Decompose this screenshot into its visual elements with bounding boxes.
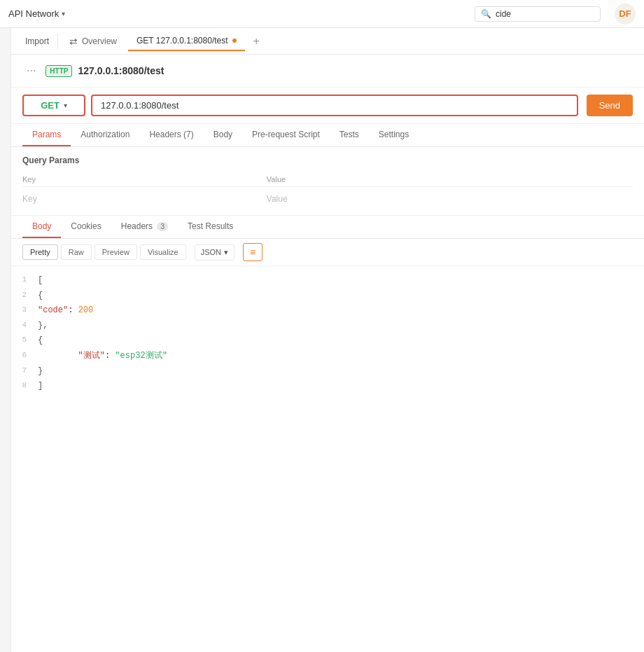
line-number: 3 [17, 303, 38, 317]
tab-headers[interactable]: Headers (7) [139, 124, 203, 146]
sidebar [0, 28, 11, 652]
search-icon: 🔍 [481, 9, 491, 19]
chevron-down-icon[interactable]: ▾ [62, 10, 65, 18]
search-box: 🔍 [475, 6, 601, 22]
json-string: "esp32测试" [115, 351, 167, 361]
resp-tab-body[interactable]: Body [22, 216, 61, 238]
tab-pre-request-script[interactable]: Pre-request Script [242, 124, 330, 146]
json-key: "测试" [78, 351, 105, 361]
view-raw-button[interactable]: Raw [61, 244, 92, 260]
url-input[interactable] [101, 100, 568, 111]
main-layout: Import ⇄ Overview GET 127.0.0.1:8080/tes… [0, 28, 644, 652]
json-line-6: 6 "测试": "esp32测试" [11, 349, 644, 364]
line-number: 7 [17, 364, 38, 378]
query-params-section: Query Params Key Value Key Value [11, 147, 644, 216]
tab-settings[interactable]: Settings [369, 124, 419, 146]
json-line-5: 5 { [11, 333, 644, 349]
more-actions-icon[interactable]: ··· [22, 63, 40, 78]
response-tabs: Body Cookies Headers 3 Test Results [11, 216, 644, 239]
params-value-placeholder[interactable]: Value [267, 194, 511, 204]
headers-badge: 3 [157, 222, 168, 231]
add-tab-button[interactable]: + [248, 32, 265, 50]
params-header: Key Value [22, 172, 633, 187]
params-table: Key Value Key Value [22, 172, 633, 207]
format-chevron-icon: ▾ [224, 248, 228, 257]
line-number: 1 [17, 273, 38, 287]
response-section: Body Cookies Headers 3 Test Results P [11, 216, 644, 652]
params-col-value: Value [267, 175, 511, 183]
method-label: GET [41, 100, 59, 111]
params-col-key: Key [22, 175, 267, 183]
line-number: 2 [17, 289, 38, 303]
import-button[interactable]: Import [17, 34, 58, 49]
json-content: } [38, 364, 43, 380]
request-panel: ··· HTTP 127.0.0.1:8080/test GET ▾ Send … [11, 55, 644, 652]
tab-tests[interactable]: Tests [330, 124, 369, 146]
avatar: DF [615, 4, 636, 25]
json-content: "测试": "esp32测试" [38, 349, 167, 364]
line-number: 6 [17, 349, 38, 363]
query-params-title: Query Params [22, 155, 633, 165]
json-line-2: 2 { [11, 289, 644, 304]
tab-overview[interactable]: ⇄ Overview [61, 32, 125, 51]
tab-body[interactable]: Body [204, 124, 242, 146]
line-number: 5 [17, 333, 38, 347]
json-line-8: 8 ] [11, 379, 644, 394]
tab-authorization[interactable]: Authorization [71, 124, 139, 146]
app-title-area: API Network ▾ [8, 8, 65, 19]
view-preview-button[interactable]: Preview [94, 244, 137, 260]
response-toolbar: Pretty Raw Preview Visualize JSON ▾ ≡ [11, 239, 644, 266]
tab-active-request[interactable]: GET 127.0.0.1:8080/test [128, 32, 245, 51]
line-number: 8 [17, 379, 38, 393]
resp-tab-cookies[interactable]: Cookies [61, 216, 111, 238]
wrap-button[interactable]: ≡ [243, 243, 262, 261]
overview-icon: ⇄ [69, 36, 78, 47]
app-title: API Network [8, 8, 59, 19]
line-number: 4 [17, 319, 38, 333]
send-button[interactable]: Send [587, 95, 633, 116]
tab-params[interactable]: Params [22, 124, 71, 146]
panel-title: 127.0.0.1:8080/test [78, 65, 164, 76]
json-content: [ [38, 273, 43, 289]
json-line-3: 3 "code": 200 [11, 303, 644, 319]
resp-tab-headers[interactable]: Headers 3 [111, 216, 178, 238]
content-area: Import ⇄ Overview GET 127.0.0.1:8080/tes… [11, 28, 644, 652]
resp-tab-test-results[interactable]: Test Results [178, 216, 243, 238]
view-pretty-button[interactable]: Pretty [22, 244, 58, 260]
json-content: "code": 200 [38, 303, 93, 319]
params-placeholder-row: Key Value [22, 191, 633, 207]
method-selector[interactable]: GET ▾ [22, 95, 85, 116]
format-selector[interactable]: JSON ▾ [195, 244, 234, 261]
http-badge: HTTP [46, 65, 72, 77]
json-line-1: 1 [ [11, 273, 644, 289]
request-tabs: Params Authorization Headers (7) Body Pr… [11, 124, 644, 147]
json-key: "code" [38, 305, 68, 315]
json-content: }, [38, 319, 48, 334]
tabs-bar: Import ⇄ Overview GET 127.0.0.1:8080/tes… [11, 28, 644, 55]
view-visualize-button[interactable]: Visualize [140, 244, 186, 260]
panel-header: ··· HTTP 127.0.0.1:8080/test [11, 55, 644, 88]
url-bar: GET ▾ Send [11, 88, 644, 124]
top-bar: API Network ▾ 🔍 DF [0, 0, 644, 28]
json-content: { [38, 289, 43, 304]
json-content: { [38, 333, 43, 349]
json-line-4: 4 }, [11, 319, 644, 334]
json-number: 200 [78, 305, 94, 315]
method-chevron-icon: ▾ [64, 102, 67, 109]
json-content: ] [38, 379, 43, 394]
search-input[interactable] [496, 9, 594, 19]
params-key-placeholder[interactable]: Key [22, 194, 267, 204]
json-viewer: 1 [ 2 { 3 "code": 200 4 [11, 266, 644, 652]
json-line-7: 7 } [11, 364, 644, 380]
tab-active-indicator [232, 39, 237, 43]
url-input-wrapper [91, 95, 578, 116]
